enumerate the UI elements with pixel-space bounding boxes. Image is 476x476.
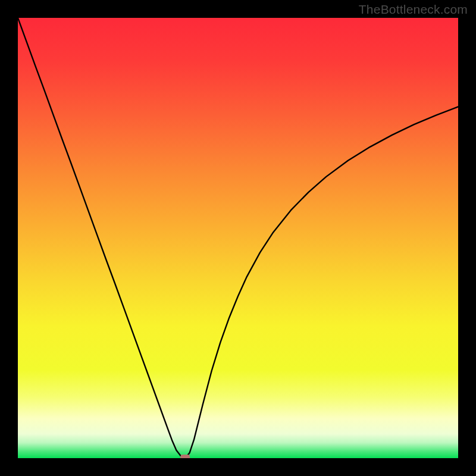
bottleneck-chart <box>18 18 458 458</box>
chart-background <box>18 18 458 458</box>
chart-frame: TheBottleneck.com <box>0 0 476 476</box>
minimum-marker <box>180 455 190 458</box>
watermark-text: TheBottleneck.com <box>359 2 468 17</box>
